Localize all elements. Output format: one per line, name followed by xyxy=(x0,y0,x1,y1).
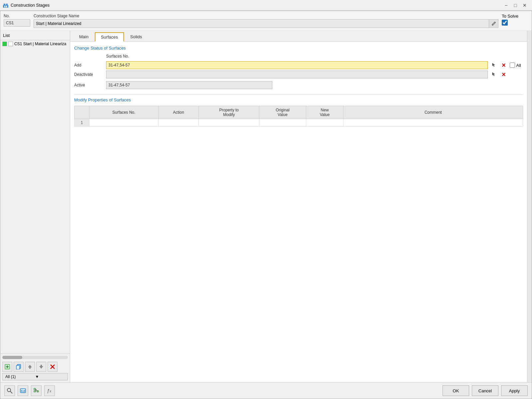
svg-point-16 xyxy=(7,388,11,392)
scrollbar-thumb[interactable] xyxy=(2,356,22,359)
svg-line-23 xyxy=(36,389,38,391)
list-header: List xyxy=(0,31,70,40)
cell-original[interactable] xyxy=(259,119,306,127)
modify-props-title: Modify Properties of Surfaces xyxy=(74,97,523,102)
row-num: 1 xyxy=(74,119,89,127)
tab-surfaces[interactable]: Surfaces xyxy=(95,32,124,42)
all-checkbox[interactable] xyxy=(510,63,515,68)
cell-action[interactable] xyxy=(158,119,199,127)
window-title: Construction Stages xyxy=(11,3,501,8)
section-divider xyxy=(74,94,523,95)
col-action-header: Action xyxy=(158,106,199,119)
props-table-body: 1 xyxy=(74,119,523,127)
modify-props-section: Modify Properties of Surfaces Surfaces N… xyxy=(74,97,523,127)
ok-button[interactable]: OK xyxy=(443,385,469,396)
all-checkbox-wrap: All xyxy=(510,63,521,68)
minimize-button[interactable]: − xyxy=(501,1,511,10)
cell-surfaces[interactable] xyxy=(89,119,159,127)
svg-rect-3 xyxy=(4,6,5,7)
svg-rect-4 xyxy=(6,6,7,7)
deactivate-label: Deactivate xyxy=(74,72,104,77)
scrollbar-track[interactable] xyxy=(2,356,68,359)
no-field: No. xyxy=(4,14,30,28)
svg-rect-11 xyxy=(29,367,31,369)
list-panel: List CS1 Start | Material Lineariza xyxy=(0,31,70,382)
add-label: Add xyxy=(74,63,104,67)
tree-tool-button[interactable] xyxy=(31,385,42,396)
move-up-button[interactable] xyxy=(25,362,35,372)
titlebar: Construction Stages − □ ✕ xyxy=(0,0,532,11)
add-select-button[interactable] xyxy=(490,61,498,69)
name-label: Construction Stage Name xyxy=(34,14,498,18)
list-item-square xyxy=(8,42,13,46)
cancel-button[interactable]: Cancel xyxy=(472,385,498,396)
col-original-header: OriginalValue xyxy=(259,106,306,119)
close-button[interactable]: ✕ xyxy=(520,1,529,10)
bottom-toolbar: 0.0 ƒx OK Cancel Apply xyxy=(0,382,532,399)
tab-main[interactable]: Main xyxy=(73,32,94,41)
name-edit-button[interactable] xyxy=(489,19,498,28)
deactivate-clear-x-icon: ✕ xyxy=(501,71,506,78)
svg-marker-10 xyxy=(28,365,32,367)
main-dialog: No. Construction Stage Name To Solve Lis… xyxy=(0,11,532,399)
right-scrollbar[interactable] xyxy=(527,31,532,382)
copy-stage-button[interactable] xyxy=(14,362,24,372)
props-table-header-row: Surfaces No. Action Property toModify Or… xyxy=(74,106,523,119)
col-new-header: NewValue xyxy=(306,106,343,119)
move-down-button[interactable] xyxy=(36,362,46,372)
footer-toolbar xyxy=(2,362,68,372)
list-content[interactable]: CS1 Start | Material Lineariza xyxy=(0,40,70,353)
all-checkbox-label: All xyxy=(516,63,521,68)
svg-text:x: x xyxy=(50,389,51,393)
tosolve-checkbox[interactable] xyxy=(502,20,508,26)
col-comment-header: Comment xyxy=(343,106,523,119)
col-property-header: Property toModify xyxy=(199,106,259,119)
svg-rect-13 xyxy=(41,365,42,366)
formula-tool-button[interactable]: ƒx xyxy=(44,385,55,396)
add-stage-button[interactable] xyxy=(2,362,12,372)
content-area: Change Status of Surfaces Surfaces No. A… xyxy=(70,42,527,382)
add-clear-button[interactable]: ✕ xyxy=(500,61,508,69)
svg-text:0.0: 0.0 xyxy=(21,389,25,393)
all-dropdown[interactable]: All (1) ▼ xyxy=(2,373,68,380)
maximize-button[interactable]: □ xyxy=(511,1,520,10)
name-input[interactable] xyxy=(34,19,489,28)
list-item[interactable]: CS1 Start | Material Lineariza xyxy=(0,40,70,48)
cell-new[interactable] xyxy=(306,119,343,127)
svg-rect-0 xyxy=(3,5,8,8)
props-table-head: Surfaces No. Action Property toModify Or… xyxy=(74,106,523,119)
svg-rect-20 xyxy=(34,388,36,390)
add-input[interactable] xyxy=(106,61,488,69)
surfaces-no-col-header: Surfaces No. xyxy=(106,54,488,60)
active-row: Active xyxy=(74,81,523,89)
tab-bar: Main Surfaces Solids xyxy=(70,31,527,42)
no-input[interactable] xyxy=(4,19,30,27)
dialog-body: List CS1 Start | Material Lineariza xyxy=(0,31,532,382)
col-surfaces-header: Surfaces No. xyxy=(89,106,159,119)
cell-comment[interactable] xyxy=(343,119,523,127)
dialog-header: No. Construction Stage Name To Solve xyxy=(0,11,532,31)
change-status-title: Change Status of Surfaces xyxy=(74,46,523,51)
cell-property[interactable] xyxy=(199,119,259,127)
delete-stage-button[interactable] xyxy=(48,362,58,372)
svg-rect-1 xyxy=(4,4,5,5)
change-status-section: Change Status of Surfaces Surfaces No. A… xyxy=(74,46,523,89)
list-item-color-box xyxy=(2,42,7,46)
add-clear-x-icon: ✕ xyxy=(501,62,506,68)
search-tool-button[interactable] xyxy=(4,385,15,396)
svg-text:ƒ: ƒ xyxy=(47,388,50,393)
deactivate-input[interactable] xyxy=(106,70,488,78)
chevron-down-icon: ▼ xyxy=(35,374,65,379)
deactivate-clear-button[interactable]: ✕ xyxy=(500,70,508,78)
active-label: Active xyxy=(74,83,104,87)
active-input[interactable] xyxy=(106,81,272,89)
table-row: 1 xyxy=(74,119,523,127)
status-grid: Surfaces No. Add ✕ xyxy=(74,54,523,78)
props-table: Surfaces No. Action Property toModify Or… xyxy=(74,106,523,127)
all-dropdown-label: All (1) xyxy=(5,374,35,379)
tab-solids[interactable]: Solids xyxy=(125,32,148,41)
deactivate-select-button[interactable] xyxy=(490,70,498,78)
numeric-tool-button[interactable]: 0.0 xyxy=(18,385,28,396)
svg-rect-9 xyxy=(16,365,20,369)
apply-button[interactable]: Apply xyxy=(501,385,528,396)
